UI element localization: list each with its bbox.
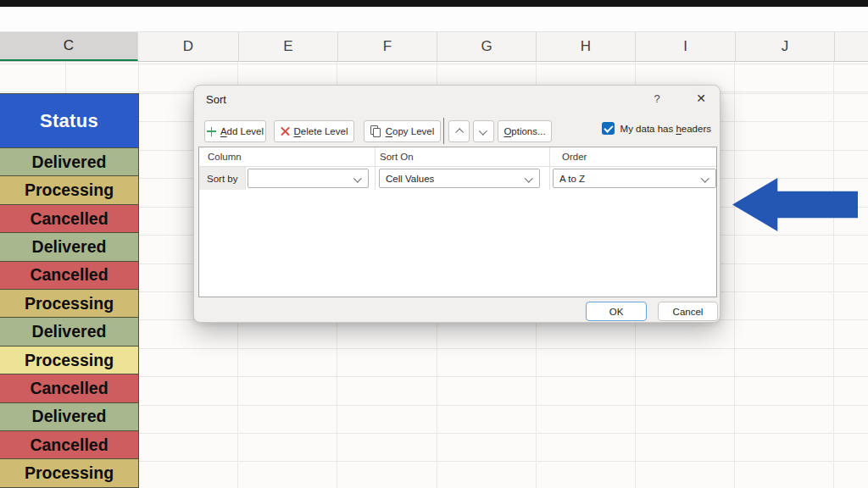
copy-level-label: Copy Level <box>386 126 435 136</box>
status-cell[interactable]: Processing <box>0 290 139 318</box>
top-bar <box>0 0 868 7</box>
status-cell[interactable]: Processing <box>0 459 139 487</box>
ok-button[interactable]: OK <box>586 302 647 321</box>
status-column: Status Delivered Processing Cancelled De… <box>0 93 139 488</box>
column-header-h[interactable]: H <box>537 32 636 61</box>
chevron-up-icon <box>455 128 464 136</box>
status-cell[interactable]: Cancelled <box>0 205 139 233</box>
column-header-g[interactable]: G <box>437 32 537 61</box>
sort-by-label: Sort by <box>199 167 246 190</box>
status-header-cell[interactable]: Status <box>0 93 139 148</box>
status-cell[interactable]: Processing <box>0 176 139 204</box>
column-header-e[interactable]: E <box>239 32 338 61</box>
sort-dialog: Sort ? ✕ Add Level Delete Level Copy Lev… <box>193 85 721 323</box>
order-dropdown-value: A to Z <box>559 174 585 184</box>
move-up-button[interactable] <box>448 120 470 142</box>
status-cell[interactable]: Delivered <box>0 403 139 431</box>
column-header-f[interactable]: F <box>338 32 437 61</box>
x-icon <box>281 127 290 136</box>
column-header-j[interactable]: J <box>736 32 835 61</box>
column-header-d[interactable]: D <box>138 32 239 61</box>
delete-level-button[interactable]: Delete Level <box>274 120 354 142</box>
delete-level-label: Delete Level <box>294 126 348 136</box>
excel-window: C D E F G H I J Status Delivered Process… <box>0 0 868 488</box>
status-cell[interactable]: Delivered <box>0 148 139 176</box>
column-dropdown[interactable] <box>248 169 369 188</box>
chevron-down-icon <box>525 175 533 183</box>
order-dropdown[interactable]: A to Z <box>553 169 716 188</box>
table-header-order: Order <box>562 152 587 162</box>
copy-icon <box>370 125 381 137</box>
status-cell[interactable]: Delivered <box>0 318 139 346</box>
options-label: Options... <box>504 126 545 136</box>
add-level-button[interactable]: Add Level <box>204 120 266 142</box>
status-cell[interactable]: Cancelled <box>0 431 139 459</box>
options-button[interactable]: Options... <box>498 120 552 142</box>
my-data-has-headers-group: My data has headers <box>602 122 711 135</box>
headers-checkbox-label[interactable]: My data has headers <box>620 124 711 134</box>
table-column-divider <box>549 147 550 190</box>
toolbar-separator <box>443 118 444 144</box>
add-level-label: Add Level <box>220 126 264 136</box>
column-header-i[interactable]: I <box>636 32 736 61</box>
table-header-divider <box>199 166 716 167</box>
status-cell[interactable]: Cancelled <box>0 262 139 290</box>
formula-bar-strip <box>0 7 868 32</box>
column-header-c[interactable]: C <box>0 32 138 61</box>
cancel-button[interactable]: Cancel <box>658 302 718 321</box>
headers-checkbox[interactable] <box>602 122 615 135</box>
copy-level-button[interactable]: Copy Level <box>364 120 441 142</box>
column-header-filler <box>835 32 868 61</box>
status-cell[interactable]: Processing <box>0 347 139 374</box>
move-down-button[interactable] <box>473 120 494 142</box>
checkmark-icon <box>604 123 613 132</box>
chevron-down-icon <box>353 175 362 183</box>
table-column-divider <box>375 147 376 190</box>
help-icon[interactable]: ? <box>650 92 664 105</box>
column-header-row: C D E F G H I J <box>0 32 868 62</box>
sort-on-dropdown-value: Cell Values <box>386 174 434 184</box>
close-icon[interactable]: ✕ <box>693 90 709 107</box>
table-header-column: Column <box>208 152 242 162</box>
chevron-down-icon <box>479 126 487 135</box>
sort-levels-table: Column Sort On Order Sort by Cell Values… <box>198 147 717 297</box>
table-header-sort-on: Sort On <box>380 152 414 162</box>
plus-icon <box>207 127 216 136</box>
status-cell[interactable]: Cancelled <box>0 374 139 402</box>
sort-on-dropdown[interactable]: Cell Values <box>379 169 540 188</box>
chevron-down-icon <box>701 175 709 183</box>
status-cell[interactable]: Delivered <box>0 233 139 261</box>
dialog-title: Sort <box>206 93 226 106</box>
